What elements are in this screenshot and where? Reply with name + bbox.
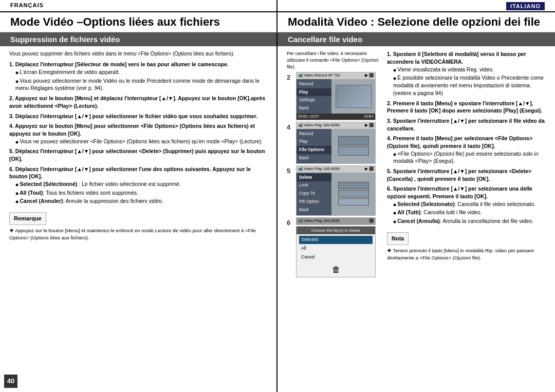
screen-6-block: 6 📹 Video Play 100-0056 ⬛ Choose the fil… [287,217,383,277]
step-bold: Premere il tasto [Menu] per selezionare … [387,135,532,149]
step-num: 4. [387,135,393,141]
bullet: Vous pouvez sélectionner le mode Vidéo o… [15,77,267,92]
screen-6-area: 📹 Video Play 100-0056 ⬛ Choose the file(… [296,217,376,277]
step-bold: Appuyez sur le bouton [Menu] pour sélect… [9,123,255,137]
cam-header-text-6: 📹 Video Play 100-0056 [298,218,340,224]
lang-label-italian: ITALIANO [506,2,545,10]
screen-2-block: 2 📹 Video Record 0F 720 ▶ ⬛ Record Play [287,72,383,120]
bullet: L'écran Enregistrement de vidéo apparaît… [15,68,267,76]
remarque-text: Appuyez sur le bouton [Menu] et maintene… [9,227,267,241]
right-inner: Per cancellare i file video, è necessari… [287,50,546,278]
header: FRANÇAIS ITALIANO [0,0,555,12]
menu-item-lock[interactable]: Lock [297,181,331,190]
menu-item-pboption[interactable]: PB Option [297,198,331,206]
time-display: 00:00 / 10:57 [298,114,319,119]
bullet: All (Tout): Tous les fichiers vidéo sont… [15,189,267,197]
cam-body-4: Record Play File Options Back [297,129,375,164]
left-step-3: 3. Déplacez l'interrupteur [▲/▼] pour sé… [9,113,267,120]
menu-item-play[interactable]: Play [297,88,331,97]
step-bold: Spostare l'interruttore [▲/▼] per selezi… [387,168,531,182]
menu-item-fileoptions[interactable]: File Options [297,146,331,154]
left-step-5: 5. Déplacez l'interrupteur [▲/▼] pour sé… [9,147,267,162]
title-right: Modalità Video : Selezione delle opzioni… [278,12,555,32]
cam-screen-5: 📹 Video Play 100-0056 ▶ ⬛ Delete Lock Co… [296,165,376,216]
step-num: 3. [387,118,393,124]
cam-icons: ▶ ⬛ [365,73,374,79]
right-step-5: 5. Spostare l'interruttore [▲/▼] per sel… [387,167,546,182]
delete-dialog-title: Choose the file(s) to delete [297,227,375,234]
step-bold: Spostare il [Selettore di modalità] vers… [387,51,526,65]
stby-label: STBY [364,114,374,119]
step-num: 2. [9,95,15,101]
screen-num-4: 4 [287,123,294,132]
bullet: Selected (Selezionato): Cancella il file… [393,200,546,208]
menu-item-delete[interactable]: Delete [297,174,331,182]
header-right: ITALIANO [278,0,555,11]
step-num: 1. [387,51,393,57]
left-step-2: 2. Appuyez sur le bouton [Menu] et dépla… [9,95,267,109]
step-bold: Déplacez l'interrupteur [▲/▼] pour sélec… [9,166,251,180]
step-num: 3. [9,113,15,119]
cam-header-text-5: 📹 Video Play 100-0056 [298,166,340,172]
bullet: <File Options> (Opzioni file) può essere… [393,150,546,165]
section-header-left: Suppression de fichiers vidéo [0,32,278,46]
step-bold: Spostare l'interruttore [▲/▼] per selezi… [387,185,532,199]
cam-header-2: 📹 Video Record 0F 720 ▶ ⬛ [297,72,375,79]
cam-icons-6: ⬛ [369,218,374,224]
title-left: Mode Vidéo –Options liées aux fichiers [0,12,278,32]
menu-item-record-4[interactable]: Record [297,130,331,138]
menu-item-play-4[interactable]: Play [297,138,331,146]
menu-item-back[interactable]: Back [297,104,331,113]
cam-menu-5: Delete Lock Copy To PB Option Back [297,173,331,215]
cam-preview-4 [331,129,375,164]
section-header-right: Cancellare file video [278,32,555,46]
step-bold: Appuyez sur le bouton [Menu] et déplacez… [9,95,265,109]
titles: Mode Vidéo –Options liées aux fichiers M… [0,12,555,32]
menu-item-copyto[interactable]: Copy To [297,190,331,198]
step-num: 1. [9,61,15,67]
header-left: FRANÇAIS [0,0,278,11]
left-step-6: 6. Déplacez l'interrupteur [▲/▼] pour sé… [9,165,267,205]
bullet: È possibile selezionare la modalità Vide… [393,74,546,97]
cam-preview-2 [331,79,375,114]
delete-option-selected[interactable]: Selected [299,236,373,244]
bullet: Cancel (Annuler): Annule la suppression … [15,197,267,205]
step-num: 4. [9,123,15,129]
screen-num-6: 6 [287,218,294,228]
cam-menu-4: Record Play File Options Back [297,129,331,164]
lang-label-french: FRANÇAIS [10,2,44,8]
content-left: Vous pouvez supprimer des fichiers vidéo… [0,46,278,392]
bullet: All (Tutti): Cancella tutti i file video… [393,209,546,216]
diamond-icon [387,248,393,253]
menu-item-back-4[interactable]: Back [297,154,331,162]
cam-body-5: Delete Lock Copy To PB Option Back [297,173,375,215]
page-number: 40 [4,375,17,388]
cam-header-4: 📹 Video Play 100-0056 ▶ ⬛ [297,122,375,129]
cam-screen-2: 📹 Video Record 0F 720 ▶ ⬛ Record Play Se… [296,72,376,120]
menu-item-back-5[interactable]: Back [297,206,331,214]
bullet: Cancel (Annulla): Annulla la cancellazio… [393,217,546,225]
step-num: 2. [387,100,393,106]
diamond-icon [9,228,15,233]
delete-option-cancel[interactable]: Cancel [299,253,373,262]
step-bold: Déplacez l'interrupteur [Sélecteur de mo… [15,61,229,67]
left-step-1: 1. Déplacez l'interrupteur [Sélecteur de… [9,61,267,92]
section-headers: Suppression de fichiers vidéo Cancellare… [0,32,555,46]
left-step-4: 4. Appuyez sur le bouton [Menu] pour sél… [9,122,267,145]
delete-option-all[interactable]: All [299,245,373,253]
right-step-3: 3. Spostare l'interruttore [▲/▼] per sel… [387,117,546,132]
menu-item-record[interactable]: Record [297,80,331,88]
screen-4-block: 4 📹 Video Play 100-0056 ▶ ⬛ Record Play [287,122,383,164]
cam-header-5: 📹 Video Play 100-0056 ▶ ⬛ [297,166,375,173]
right-steps: 1. Spostare il [Selettore di modalità] v… [387,50,546,278]
step-num: 5. [9,148,15,154]
step-bold: Premere il tasto [Menu] e spostare l'int… [387,100,542,114]
menu-item-settings[interactable]: Settings [297,96,331,104]
right-intro: Per cancellare i file video, è necessari… [287,50,383,70]
cam-menu-2: Record Play Settings Back [297,79,331,114]
screen-num-5: 5 [287,166,294,176]
nota-box: Nota [387,232,409,245]
screens-column: Per cancellare i file video, è necessari… [287,50,387,278]
content: Vous pouvez supprimer des fichiers vidéo… [0,46,555,392]
main-title-left: Mode Vidéo –Options liées aux fichiers [10,15,266,29]
